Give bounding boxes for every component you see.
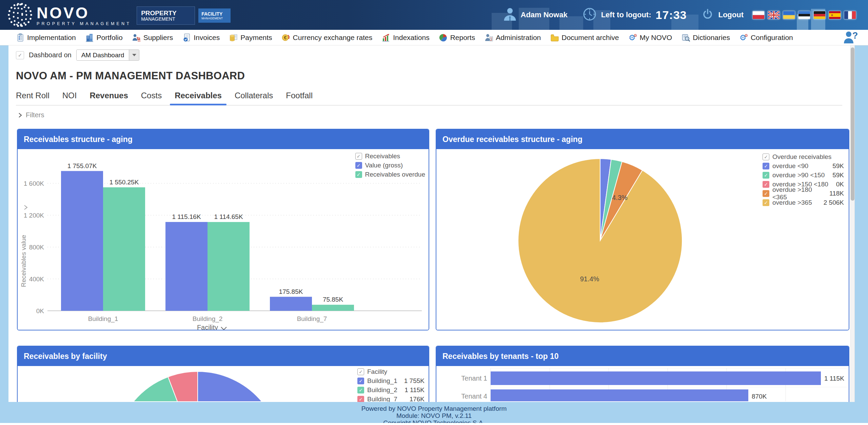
- tab-collaterals[interactable]: Collaterals: [235, 91, 273, 105]
- menu-item-payments[interactable]: Payments: [229, 33, 272, 42]
- menu-item-administration[interactable]: Administration: [484, 33, 541, 42]
- flag-poland-icon[interactable]: [753, 11, 764, 19]
- folder-icon: [550, 33, 559, 42]
- book-magnifier-icon: [681, 33, 690, 42]
- panel-title: Overdue receivables structure - aging: [436, 129, 849, 149]
- filters-expander[interactable]: Filters: [18, 111, 44, 119]
- legend-checkbox[interactable]: ✓: [355, 153, 362, 160]
- menu-item-suppliers[interactable]: Suppliers: [132, 33, 173, 42]
- legend-checkbox[interactable]: ✓: [355, 171, 362, 178]
- legend-row-receivables-overdue[interactable]: ✓Receivables overdue: [355, 171, 425, 178]
- flag-estonia-icon[interactable]: [798, 11, 810, 19]
- flag-ukraine-icon[interactable]: [783, 11, 795, 19]
- legend-row-receivables[interactable]: ✓Receivables: [355, 153, 425, 160]
- legend-label: Building_7: [367, 396, 397, 402]
- footer-line: Powered by NOVO Property Management plat…: [0, 405, 868, 412]
- legend-checkbox[interactable]: ✓: [763, 163, 769, 169]
- dashboard-select-value[interactable]: AM Dashboard: [77, 50, 129, 60]
- legend-checkbox[interactable]: ✓: [763, 190, 769, 197]
- flag-france-icon[interactable]: [844, 11, 856, 19]
- menu-item-label: Indexations: [393, 34, 429, 42]
- clock-icon: [583, 7, 597, 23]
- menu-item-my-novo[interactable]: ⚙⚙My NOVO: [628, 33, 672, 42]
- menu-item-portfolio[interactable]: Portfolio: [85, 33, 123, 42]
- legend-row-overdue-90-150[interactable]: ✓overdue >90 <15059K: [763, 171, 844, 179]
- legend-checkbox[interactable]: ✓: [763, 199, 769, 206]
- svg-text:400K: 400K: [29, 276, 44, 283]
- legend-row-building-7[interactable]: ✓Building_7176K: [357, 396, 425, 402]
- legend-checkbox[interactable]: ✓: [763, 172, 769, 179]
- property-management-badge: PROPERTY MANAGEMENT: [137, 6, 195, 25]
- tab-revenues[interactable]: Revenues: [90, 91, 128, 105]
- legend-label: Receivables: [365, 153, 400, 160]
- legend-checkbox[interactable]: ✓: [357, 378, 364, 384]
- menu-item-label: Portfolio: [97, 34, 123, 42]
- menu-item-indexations[interactable]: Indexations: [381, 33, 429, 42]
- bottom-strip: [0, 423, 868, 425]
- menu-item-configuration[interactable]: ⚙⚙Configuration: [739, 33, 793, 42]
- flag-germany-icon[interactable]: [814, 11, 825, 19]
- legend-value: 118K: [829, 190, 844, 197]
- dashboard-on-checkbox[interactable]: ✓: [16, 51, 24, 59]
- tab-noi[interactable]: NOI: [62, 91, 77, 105]
- legend-checkbox[interactable]: ✓: [355, 162, 362, 169]
- logout-timer-value: 17:33: [656, 8, 687, 22]
- menu-item-label: Document archive: [561, 34, 619, 42]
- menu-item-currency-exchange-rates[interactable]: €Currency exchange rates: [281, 33, 373, 42]
- menu-item-invoices[interactable]: Invoices: [182, 33, 220, 42]
- tab-receivables[interactable]: Receivables: [175, 91, 222, 105]
- help-user-icon[interactable]: ?: [843, 31, 858, 45]
- tab-footfall[interactable]: Footfall: [286, 91, 313, 105]
- content-area: ✓ Dashboard on AM Dashboard NOVO AM - PM…: [8, 45, 850, 402]
- gear-icon: ⚙⚙: [739, 33, 748, 42]
- svg-text:4.3%: 4.3%: [612, 194, 628, 201]
- power-icon[interactable]: [702, 8, 714, 22]
- legend-label: overdue >365: [772, 199, 812, 206]
- brand-tagline: PROPERTY MANAGEMENT: [37, 21, 131, 26]
- legend-row-facility[interactable]: ✓Facility: [357, 368, 425, 376]
- svg-text:Facility: Facility: [197, 324, 218, 330]
- logout-button[interactable]: Logout: [718, 11, 744, 19]
- legend-label: Overdue receivables: [772, 153, 831, 161]
- facility-management-badge[interactable]: FACILITY MANAGEMENT: [198, 8, 231, 23]
- legend-checkbox[interactable]: ✓: [763, 154, 769, 160]
- dashboard-select[interactable]: AM Dashboard: [76, 49, 140, 61]
- flag-uk-icon[interactable]: [768, 11, 780, 19]
- badge-line: MANAGEMENT: [141, 17, 195, 22]
- badge-line: MANAGEMENT: [201, 17, 231, 20]
- menu-item-dictionaries[interactable]: Dictionaries: [681, 33, 730, 42]
- bar-chart-legend: ✓Receivables✓Value (gross)✓Receivables o…: [355, 153, 425, 178]
- legend-checkbox[interactable]: ✓: [357, 387, 364, 393]
- svg-text:1 200K: 1 200K: [24, 212, 44, 219]
- legend-row-overdue-90[interactable]: ✓overdue <9059K: [763, 162, 844, 170]
- legend-row-overdue-receivables[interactable]: ✓Overdue receivables: [763, 153, 844, 161]
- page-title: NOVO AM - PM MANAGEMENT DASHBOARD: [16, 70, 245, 82]
- legend-row-value-gross-[interactable]: ✓Value (gross): [355, 162, 425, 169]
- tab-rent-roll[interactable]: Rent Roll: [16, 91, 50, 105]
- legend-checkbox[interactable]: ✓: [357, 396, 364, 402]
- menu-item-reports[interactable]: Reports: [439, 33, 475, 42]
- legend-value: 59K: [832, 162, 844, 170]
- receivables-by-tenants-bar-chart: Tenant 11 115KTenant 4870K: [436, 366, 849, 401]
- legend-checkbox[interactable]: ✓: [357, 368, 364, 375]
- supplier-cart-icon: [132, 33, 141, 42]
- dashboard-on-label: Dashboard on: [29, 51, 72, 59]
- chevron-down-icon: [132, 54, 136, 56]
- legend-row-overdue-365[interactable]: ✓overdue >3652 506K: [763, 199, 844, 206]
- legend-row-building-2[interactable]: ✓Building_21 115K: [357, 386, 425, 394]
- dashboard-select-arrow[interactable]: [129, 50, 139, 60]
- vertical-scrollbar-thumb[interactable]: [851, 47, 854, 201]
- svg-text:1 755.07K: 1 755.07K: [67, 162, 97, 169]
- flag-spain-icon[interactable]: [829, 11, 841, 19]
- menu-item-document-archive[interactable]: Document archive: [550, 33, 619, 42]
- logout-timer-label: Left to logout:: [601, 11, 651, 19]
- svg-text:Receivables value: Receivables value: [20, 235, 27, 287]
- tab-costs[interactable]: Costs: [141, 91, 162, 105]
- user-name[interactable]: Adam Nowak: [521, 11, 568, 19]
- svg-text:⚙: ⚙: [634, 33, 637, 38]
- app-logo[interactable]: NOVO PROPERTY MANAGEMENT PROPERTY MANAGE…: [7, 2, 231, 29]
- legend-row-building-1[interactable]: ✓Building_11 755K: [357, 377, 425, 385]
- menu-item-implementation[interactable]: Implementation: [16, 33, 76, 42]
- legend-row-overdue-180-365[interactable]: ✓overdue >180 <365118K: [763, 190, 844, 197]
- legend-checkbox[interactable]: ✓: [763, 181, 769, 188]
